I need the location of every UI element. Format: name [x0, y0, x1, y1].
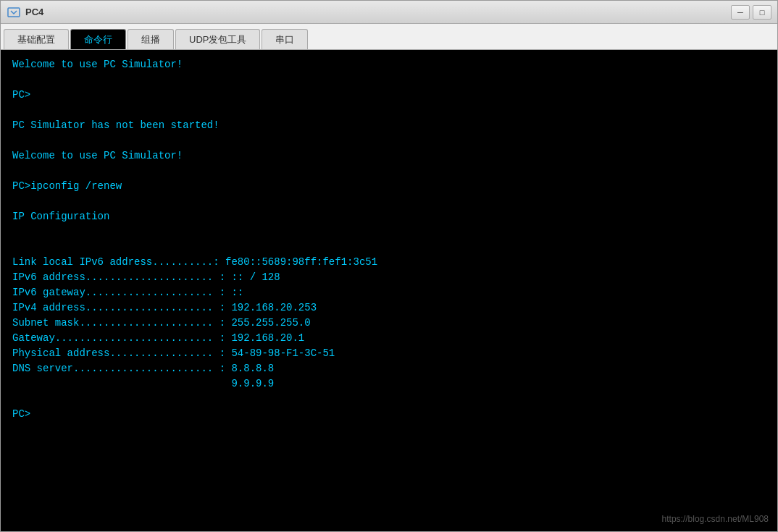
- terminal-area[interactable]: Welcome to use PC Simulator! PC> PC Simu…: [1, 50, 777, 531]
- tab-cmd[interactable]: 命令行: [70, 29, 126, 49]
- app-icon: [7, 5, 21, 20]
- title-bar-left: PC4: [7, 5, 43, 20]
- tab-bar: 基础配置 命令行 组播 UDP发包工具 串口: [1, 24, 777, 50]
- title-bar: PC4 ─ □: [1, 1, 777, 24]
- minimize-button[interactable]: ─: [731, 5, 750, 20]
- window-controls: ─ □: [731, 5, 771, 20]
- main-window: PC4 ─ □ 基础配置 命令行 组播 UDP发包工具 串口 Welcome t…: [0, 0, 778, 532]
- tab-serial[interactable]: 串口: [262, 29, 308, 49]
- svg-rect-0: [8, 8, 20, 17]
- tab-udp[interactable]: UDP发包工具: [175, 29, 260, 49]
- terminal-output: Welcome to use PC Simulator! PC> PC Simu…: [12, 57, 766, 422]
- window-title: PC4: [25, 7, 43, 17]
- tab-basic[interactable]: 基础配置: [4, 29, 69, 49]
- watermark: https://blog.csdn.net/ML908: [662, 512, 769, 525]
- maximize-button[interactable]: □: [753, 5, 771, 20]
- tab-multicast[interactable]: 组播: [127, 29, 174, 49]
